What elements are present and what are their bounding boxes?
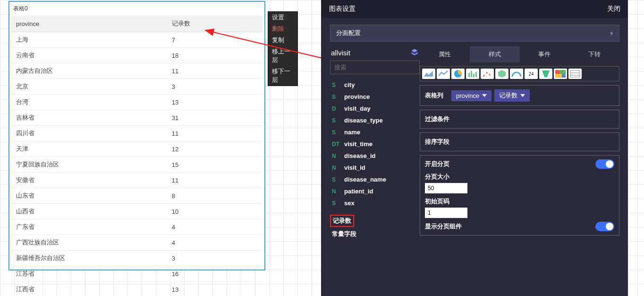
chart-type-picker[interactable]: 24 xyxy=(420,66,619,81)
table-row[interactable]: 北京3 xyxy=(11,79,263,95)
tab-style[interactable]: 样式 xyxy=(470,46,520,62)
field-item[interactable]: Sname xyxy=(330,126,420,138)
menu-move-up[interactable]: 移上一层 xyxy=(268,46,297,66)
chip-province[interactable]: province xyxy=(451,90,491,101)
chevron-down-icon xyxy=(482,94,487,97)
field-item[interactable]: DTvisit_time xyxy=(330,138,420,150)
table-cell: 山西省 xyxy=(11,204,167,219)
table-cell: 31 xyxy=(167,110,263,126)
table-row[interactable]: 江西省13 xyxy=(11,282,263,296)
table-row[interactable]: 天津12 xyxy=(11,141,263,157)
field-name: disease_id xyxy=(344,152,376,159)
field-item[interactable]: Scity xyxy=(330,79,420,91)
field-name: name xyxy=(344,129,360,136)
table-cell: 吉林省 xyxy=(11,110,167,126)
chart-type-bar-icon[interactable] xyxy=(466,69,479,79)
table-cell: 7 xyxy=(167,32,263,48)
table-columns-row[interactable]: 表格列 province 记录数 xyxy=(420,85,619,106)
table-row[interactable]: 广东省4 xyxy=(11,219,263,235)
table-row[interactable]: 新疆维吾尔自治区3 xyxy=(11,251,263,266)
chart-type-treemap-icon[interactable] xyxy=(554,69,567,79)
table-row[interactable]: 江苏省16 xyxy=(11,266,263,282)
context-menu: 设置 删除 复制 移上一层 移下一层 xyxy=(268,11,298,86)
chart-type-line-icon[interactable] xyxy=(437,69,450,79)
field-type-badge: S xyxy=(332,176,340,183)
svg-rect-6 xyxy=(475,72,477,77)
chart-type-number-icon[interactable]: 24 xyxy=(525,69,538,79)
table-row[interactable]: 内蒙古自治区11 xyxy=(11,63,263,79)
chart-type-funnel-icon[interactable] xyxy=(539,69,552,79)
table-row[interactable]: 上海7 xyxy=(11,32,263,48)
table-row[interactable]: 山东省8 xyxy=(11,188,263,204)
menu-settings[interactable]: 设置 xyxy=(268,12,297,23)
chart-type-gauge-icon[interactable] xyxy=(510,69,523,79)
tab-drill[interactable]: 下转 xyxy=(569,46,619,62)
table-row[interactable]: 吉林省31 xyxy=(11,110,263,126)
table-row[interactable]: 云南省18 xyxy=(11,48,263,63)
field-item[interactable]: Dvisit_day xyxy=(330,103,420,114)
table-cell: 宁夏回族自治区 xyxy=(11,157,167,173)
init-page-input[interactable] xyxy=(425,208,467,218)
table-cell: 云南省 xyxy=(11,48,167,63)
field-item[interactable]: Sdisease_name xyxy=(330,174,420,185)
field-item[interactable]: Npatient_id xyxy=(330,185,420,197)
table-row[interactable]: 四川省11 xyxy=(11,126,263,141)
chart-type-table-icon[interactable] xyxy=(568,69,582,79)
config-pane: 属性 样式 事件 下转 24 xyxy=(420,46,619,241)
field-name: visit_day xyxy=(344,105,371,112)
chart-type-hex-icon[interactable] xyxy=(495,69,508,79)
data-table: province 记录数 上海7云南省18内蒙古自治区11北京3台湾13吉林省3… xyxy=(11,16,263,296)
facet-section[interactable]: 分面配置 ▾ xyxy=(330,25,619,42)
table-widget[interactable]: 表格0 province 记录数 上海7云南省18内蒙古自治区11北京3台湾13… xyxy=(8,1,265,270)
table-row[interactable]: 宁夏回族自治区15 xyxy=(11,157,263,173)
field-name: disease_name xyxy=(344,176,386,183)
field-name: visit_time xyxy=(344,140,373,148)
chart-settings-panel: 图表设置 关闭 分面配置 ▾ allvisit ScitySprovinceDv… xyxy=(321,0,628,296)
table-cell: 4 xyxy=(167,219,263,235)
svg-rect-14 xyxy=(555,74,562,78)
menu-delete[interactable]: 删除 xyxy=(268,23,297,35)
svg-rect-3 xyxy=(468,73,470,77)
col-header-province[interactable]: province xyxy=(11,16,167,32)
table-cell: 内蒙古自治区 xyxy=(11,63,167,79)
show-pager-label: 显示分页组件 xyxy=(425,222,462,231)
field-item[interactable]: Sdisease_type xyxy=(330,114,420,126)
table-cell: 3 xyxy=(167,251,263,266)
paging-enable-toggle[interactable] xyxy=(595,159,614,169)
chart-type-area-icon[interactable] xyxy=(422,69,435,79)
field-constant[interactable]: 常量字段 xyxy=(330,227,420,241)
layers-icon[interactable] xyxy=(410,48,419,57)
panel-close[interactable]: 关闭 xyxy=(607,5,620,13)
field-type-badge: S xyxy=(332,82,340,88)
chart-type-scatter-icon[interactable] xyxy=(481,69,494,79)
table-cell: 11 xyxy=(167,173,263,188)
field-type-badge: N xyxy=(332,165,340,171)
sort-row[interactable]: 排序字段 xyxy=(420,132,619,151)
table-row[interactable]: 广西壮族自治区4 xyxy=(11,235,263,251)
col-header-count[interactable]: 记录数 xyxy=(167,16,263,32)
table-row[interactable]: 山西省10 xyxy=(11,204,263,219)
field-item[interactable]: Nvisit_id xyxy=(330,162,420,174)
page-size-input[interactable] xyxy=(425,183,467,193)
svg-rect-13 xyxy=(560,70,566,74)
field-item[interactable]: Ndisease_id xyxy=(330,150,420,162)
filter-row[interactable]: 过滤条件 xyxy=(420,110,619,129)
table-row[interactable]: 安徽省11 xyxy=(11,173,263,188)
table-row[interactable]: 台湾13 xyxy=(11,95,263,110)
field-type-badge: N xyxy=(332,188,340,195)
field-item[interactable]: Ssex xyxy=(330,197,420,209)
menu-copy[interactable]: 复制 xyxy=(268,35,297,46)
datasource-name[interactable]: allvisit xyxy=(331,49,350,57)
tab-attributes[interactable]: 属性 xyxy=(420,46,470,62)
field-record-count[interactable]: 记录数 xyxy=(330,215,354,227)
field-item[interactable]: Sprovince xyxy=(330,91,420,103)
field-type-badge: DT xyxy=(332,141,340,148)
table-cell: 11 xyxy=(167,126,263,141)
chip-record-count[interactable]: 记录数 xyxy=(494,89,530,102)
svg-rect-15 xyxy=(562,74,566,78)
field-search-input[interactable] xyxy=(330,61,420,74)
chart-type-pie-icon[interactable] xyxy=(451,69,465,79)
tab-events[interactable]: 事件 xyxy=(520,46,570,62)
menu-move-down[interactable]: 移下一层 xyxy=(268,66,297,86)
show-pager-toggle[interactable] xyxy=(595,222,614,231)
